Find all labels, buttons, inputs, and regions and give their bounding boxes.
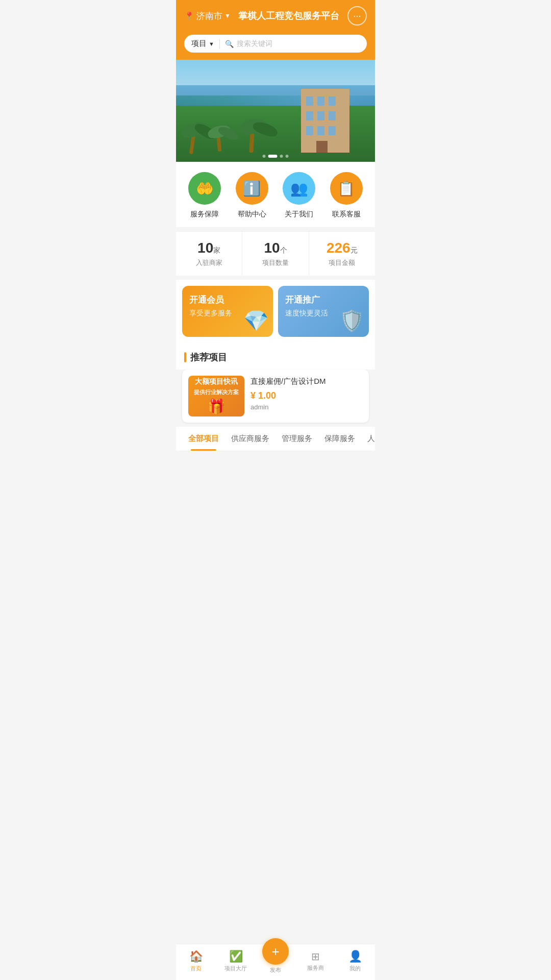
chevron-down-icon: ▼ [224, 12, 231, 19]
service-label: 服务保障 [190, 210, 219, 219]
promo-card-promote[interactable]: 开通推广 速度快更灵活 🛡️ [278, 286, 369, 337]
stat-projects[interactable]: 10个 项目数量 [242, 232, 309, 276]
quick-item-contact[interactable]: 📋 联系客服 [323, 172, 370, 219]
contact-icon: 📋 [337, 180, 355, 197]
project-thumbnail: 大额项目快讯 提供行业解决方案 🎁 [188, 376, 244, 416]
location-selector[interactable]: 📍 济南市 ▼ [184, 10, 231, 22]
project-thumb-sub: 提供行业解决方案 [194, 388, 239, 396]
banner-dot-2 [268, 155, 278, 158]
banner-palm-3 [250, 119, 254, 153]
project-price: ¥ 1.00 [251, 390, 363, 401]
filter-chevron-icon: ▼ [209, 41, 214, 47]
tab-security-service[interactable]: 保障服务 [318, 427, 361, 451]
search-icon: 🔍 [225, 40, 234, 48]
banner-dot-4 [286, 155, 289, 158]
banner-dot-1 [263, 155, 266, 158]
stat-merchants-label: 入驻商家 [196, 258, 222, 267]
project-info: 直接雇佣/广告设计DM ¥ 1.00 admin [251, 376, 363, 416]
app-header: 📍 济南市 ▼ 掌棋人工程竞包服务平台 ··· [176, 0, 375, 31]
about-label: 关于我们 [285, 210, 313, 219]
search-inner[interactable]: 项目 ▼ 🔍 搜索关键词 [184, 35, 367, 53]
search-placeholder: 搜索关键词 [237, 39, 272, 48]
quick-item-service[interactable]: 🤲 服务保障 [181, 172, 229, 219]
stat-amount-label: 项目金额 [329, 258, 355, 267]
project-card[interactable]: 大额项目快讯 提供行业解决方案 🎁 直接雇佣/广告设计DM ¥ 1.00 adm… [182, 370, 369, 423]
help-label: 帮助中心 [238, 210, 266, 219]
search-filter-label: 项目 [191, 39, 207, 48]
search-filter-dropdown[interactable]: 项目 ▼ [191, 39, 214, 48]
promo-member-title: 开通会员 [189, 294, 266, 306]
message-button[interactable]: ··· [347, 6, 367, 26]
contact-label: 联系客服 [332, 210, 361, 219]
tab-talent-service[interactable]: 人才服务 [361, 427, 375, 451]
banner-dot-3 [280, 155, 283, 158]
help-icon: ℹ️ [243, 180, 261, 197]
location-pin-icon: 📍 [184, 11, 194, 21]
promo-member-icon: 💎 [243, 309, 269, 333]
banner-carousel[interactable] [176, 60, 375, 162]
promo-promote-icon: 🛡️ [339, 309, 365, 333]
tab-management-service[interactable]: 管理服务 [276, 427, 318, 451]
help-icon-circle: ℹ️ [236, 172, 268, 205]
stat-projects-value: 10个 [264, 240, 287, 256]
search-input[interactable]: 🔍 搜索关键词 [225, 39, 360, 48]
stat-merchants-value: 10家 [197, 240, 220, 256]
promo-promote-title: 开通推广 [285, 294, 362, 306]
banner-dots [263, 155, 289, 158]
section-bar-icon [184, 352, 186, 362]
app-title: 掌棋人工程竞包服务平台 [238, 10, 339, 22]
tab-supplier-service[interactable]: 供应商服务 [225, 427, 276, 451]
search-divider [219, 39, 220, 48]
stat-merchants[interactable]: 10家 入驻商家 [176, 232, 242, 276]
message-icon: ··· [353, 11, 361, 21]
stat-amount-value: 226元 [327, 240, 358, 256]
project-name: 直接雇佣/广告设计DM [251, 376, 363, 386]
about-icon: 👥 [290, 180, 308, 197]
banner-building [301, 89, 349, 153]
service-icon-circle: 🤲 [188, 172, 221, 205]
quick-icons-row: 🤲 服务保障 ℹ️ 帮助中心 👥 关于我们 📋 联系客服 [176, 162, 375, 227]
search-bar-container: 项目 ▼ 🔍 搜索关键词 [176, 31, 375, 60]
quick-item-about[interactable]: 👥 关于我们 [276, 172, 323, 219]
promo-cards-row: 开通会员 享受更多服务 💎 开通推广 速度快更灵活 🛡️ [176, 280, 375, 343]
banner-palm-2 [217, 126, 220, 152]
project-thumb-title: 大额项目快讯 [195, 377, 238, 386]
service-icon: 🤲 [196, 180, 214, 197]
tab-all-projects[interactable]: 全部项目 [182, 427, 225, 451]
recommended-title: 推荐项目 [190, 351, 227, 363]
category-tabs: 全部项目 供应商服务 管理服务 保障服务 人才服务 [176, 427, 375, 451]
project-thumb-icon: 🎁 [208, 398, 226, 415]
project-user: admin [251, 403, 363, 411]
promo-card-member[interactable]: 开通会员 享受更多服务 💎 [182, 286, 273, 337]
quick-item-help[interactable]: ℹ️ 帮助中心 [229, 172, 276, 219]
stat-amount[interactable]: 226元 项目金额 [309, 232, 375, 276]
about-icon-circle: 👥 [283, 172, 315, 205]
stat-projects-label: 项目数量 [262, 258, 289, 267]
contact-icon-circle: 📋 [330, 172, 363, 205]
stats-row: 10家 入驻商家 10个 项目数量 226元 项目金额 [176, 231, 375, 276]
recommended-section-header: 推荐项目 [176, 343, 375, 370]
location-text: 济南市 [196, 10, 222, 22]
banner-palm-1 [191, 124, 195, 154]
